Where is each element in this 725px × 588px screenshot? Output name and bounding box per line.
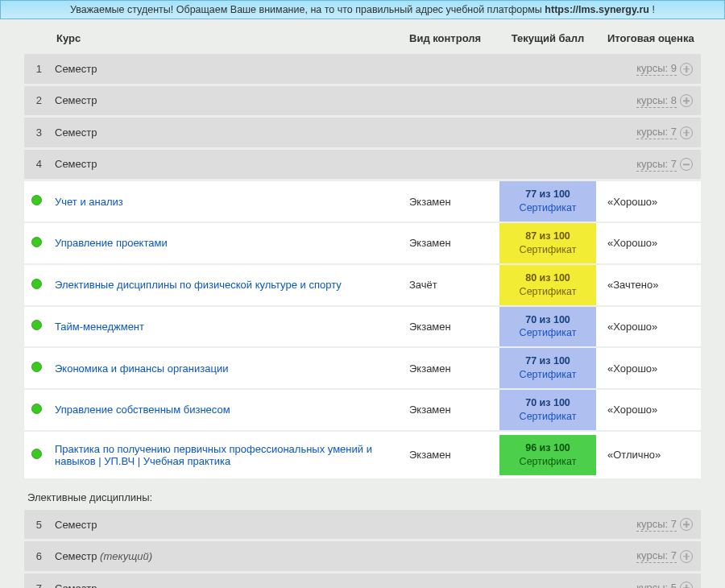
final-grade: «Отлично» — [596, 431, 701, 479]
notice-banner: Уважаемые студенты! Обращаем Ваше вниман… — [0, 0, 725, 19]
semester-number: 3 — [24, 117, 48, 149]
expand-icon[interactable] — [680, 582, 693, 588]
control-type: Экзамен — [403, 180, 499, 222]
header-score: Текущий балл — [499, 24, 596, 54]
expand-icon[interactable] — [680, 94, 693, 107]
status-dot — [31, 195, 42, 205]
control-type: Экзамен — [403, 347, 499, 389]
score-badge[interactable]: 77 из 100Сертификат — [499, 181, 596, 222]
semester-row[interactable]: 1Семестркурсы: 9 — [24, 54, 701, 85]
grades-table: Курс Вид контроля Текущий балл Итоговая … — [24, 24, 701, 588]
score-badge[interactable]: 70 из 100Сертификат — [499, 390, 596, 430]
final-grade: «Зачтено» — [596, 264, 701, 306]
course-link[interactable]: Практика по получению первичных професси… — [55, 443, 372, 467]
semester-label: Семестр — [55, 550, 97, 562]
score-badge[interactable]: 96 из 100Сертификат — [499, 435, 596, 475]
semester-number: 2 — [24, 85, 48, 117]
status-dot — [31, 237, 42, 247]
semester-label: Семестр — [55, 126, 97, 139]
final-grade: «Хорошо» — [596, 180, 701, 222]
expand-icon[interactable] — [680, 518, 693, 531]
certificate-link[interactable]: Сертификат — [503, 326, 593, 340]
status-dot — [31, 449, 42, 459]
course-row: Элективные дисциплины по физической куль… — [24, 264, 701, 306]
score-value: 77 из 100 — [503, 354, 593, 368]
course-row: Учет и анализЭкзамен77 из 100Сертификат«… — [24, 180, 701, 222]
semester-row[interactable]: 7Семестркурсы: 5 — [24, 572, 701, 588]
certificate-link[interactable]: Сертификат — [503, 368, 593, 382]
banner-text-prefix: Уважаемые студенты! Обращаем Ваше вниман… — [70, 4, 545, 15]
certificate-link[interactable]: Сертификат — [503, 455, 593, 469]
header-grade: Итоговая оценка — [596, 24, 701, 54]
course-link[interactable]: Элективные дисциплины по физической куль… — [55, 279, 342, 291]
control-type: Зачёт — [403, 264, 499, 306]
certificate-link[interactable]: Сертификат — [503, 285, 593, 299]
elective-heading: Элективные дисциплины: — [24, 479, 701, 510]
header-course: Курс — [24, 24, 403, 54]
semester-course-count: курсы: 7 — [636, 126, 677, 139]
score-badge[interactable]: 80 из 100Сертификат — [499, 265, 596, 305]
final-grade: «Хорошо» — [596, 389, 701, 431]
current-marker: (текущий) — [100, 550, 152, 562]
course-link[interactable]: Учет и анализ — [55, 196, 123, 208]
course-link[interactable]: Управление проектами — [55, 237, 168, 249]
score-value: 77 из 100 — [503, 188, 593, 201]
score-value: 87 из 100 — [503, 230, 593, 243]
expand-icon[interactable] — [680, 126, 693, 139]
control-type: Экзамен — [403, 306, 499, 348]
semester-row[interactable]: 3Семестркурсы: 7 — [24, 117, 701, 149]
course-row: Управление собственным бизнесомЭкзамен70… — [24, 389, 701, 431]
semester-number: 7 — [24, 572, 48, 588]
semester-row[interactable]: 2Семестркурсы: 8 — [24, 85, 701, 117]
final-grade: «Хорошо» — [596, 222, 701, 264]
semester-row[interactable]: 5Семестркурсы: 7 — [24, 510, 701, 540]
semester-course-count: курсы: 5 — [636, 582, 677, 588]
control-type: Экзамен — [403, 222, 499, 264]
status-dot — [31, 279, 42, 289]
semester-number: 1 — [24, 54, 48, 85]
score-badge[interactable]: 70 из 100Сертификат — [499, 307, 596, 347]
semester-course-count: курсы: 7 — [636, 158, 677, 172]
header-control: Вид контроля — [403, 24, 499, 54]
course-row: Практика по получению первичных професси… — [24, 431, 701, 479]
certificate-link[interactable]: Сертификат — [503, 243, 593, 257]
score-value: 80 из 100 — [503, 271, 593, 285]
status-dot — [31, 320, 42, 330]
semester-course-count: курсы: 7 — [636, 549, 677, 563]
course-row: Управление проектамиЭкзамен87 из 100Серт… — [24, 222, 701, 264]
course-link[interactable]: Экономика и финансы организации — [55, 362, 228, 375]
final-grade: «Хорошо» — [596, 306, 701, 348]
expand-icon[interactable] — [680, 550, 693, 563]
expand-icon[interactable] — [680, 63, 693, 76]
final-grade: «Хорошо» — [596, 347, 701, 389]
collapse-icon[interactable] — [680, 158, 693, 171]
score-value: 70 из 100 — [503, 396, 593, 410]
course-row: Тайм-менеджментЭкзамен70 из 100Сертифика… — [24, 306, 701, 348]
semester-row[interactable]: 6Семестр (текущий)курсы: 7 — [24, 540, 701, 573]
semester-number: 5 — [24, 510, 48, 540]
certificate-link[interactable]: Сертификат — [503, 201, 593, 215]
score-badge[interactable]: 87 из 100Сертификат — [499, 223, 596, 263]
semester-label: Семестр — [55, 158, 97, 170]
semester-label: Семестр — [55, 63, 97, 75]
semester-number: 6 — [24, 540, 48, 573]
certificate-link[interactable]: Сертификат — [503, 410, 593, 424]
banner-url: https://lms.synergy.ru — [545, 4, 649, 15]
banner-text-suffix: ! — [649, 4, 655, 15]
control-type: Экзамен — [403, 389, 499, 431]
semester-course-count: курсы: 9 — [636, 62, 677, 76]
semester-label: Семестр — [55, 94, 97, 106]
course-row: Экономика и финансы организацииЭкзамен77… — [24, 347, 701, 389]
score-value: 96 из 100 — [503, 441, 593, 455]
semester-number: 4 — [24, 148, 48, 180]
semester-course-count: курсы: 7 — [636, 518, 677, 532]
status-dot — [31, 404, 42, 414]
score-badge[interactable]: 77 из 100Сертификат — [499, 348, 596, 388]
control-type: Экзамен — [403, 431, 499, 479]
semester-row[interactable]: 4Семестркурсы: 7 — [24, 148, 701, 180]
semester-label: Семестр — [55, 519, 97, 531]
semester-label: Семестр — [55, 582, 97, 588]
score-value: 70 из 100 — [503, 313, 593, 327]
course-link[interactable]: Тайм-менеджмент — [55, 321, 144, 333]
course-link[interactable]: Управление собственным бизнесом — [55, 404, 230, 416]
